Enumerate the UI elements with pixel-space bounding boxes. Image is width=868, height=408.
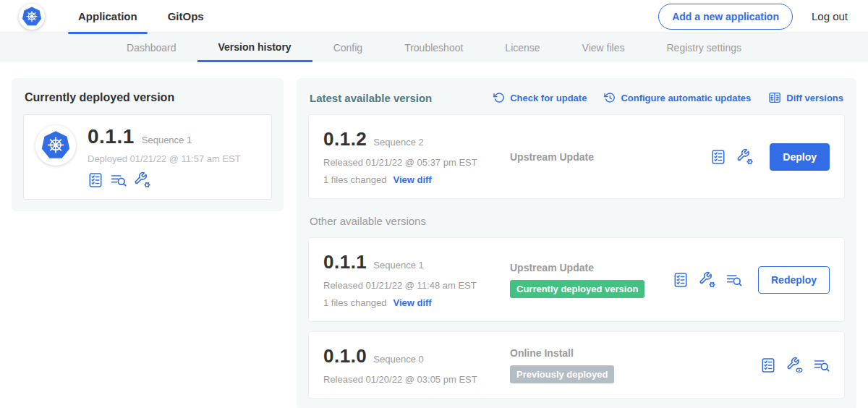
header-tabs: Application GitOps	[68, 0, 224, 33]
subnav-tab-view-files-label: View files	[582, 42, 625, 54]
previously-deployed-badge: Previously deployed	[510, 365, 614, 383]
latest-available-title: Latest available version	[310, 92, 432, 104]
version-actions: Deploy	[710, 143, 830, 171]
files-changed-label: 1 files changed	[323, 297, 386, 308]
version-info: 0.1.1 Sequence 1 Released 01/21/22 @ 11:…	[323, 251, 510, 308]
files-changed-label: 1 files changed	[323, 174, 386, 185]
version-number: 0.1.1	[323, 251, 367, 273]
currently-deployed-badge: Currently deployed version	[510, 280, 644, 298]
logout-link[interactable]: Log out	[812, 10, 848, 22]
source-label: Upstream Update	[510, 151, 594, 163]
checklist-icon[interactable]	[710, 149, 726, 165]
subnav-tab-troubleshoot-label: Troubleshoot	[404, 42, 463, 54]
check-for-update-link[interactable]: Check for update	[493, 92, 587, 103]
version-source: Upstream Update	[510, 151, 710, 163]
wrench-gear-icon[interactable]	[134, 171, 151, 189]
version-row-0-1-1: 0.1.1 Sequence 1 Released 01/21/22 @ 11:…	[308, 237, 845, 322]
lines-magnifier-icon[interactable]	[726, 272, 742, 288]
tab-application[interactable]: Application	[68, 0, 148, 33]
add-new-application-button[interactable]: Add a new application	[658, 4, 793, 30]
deploy-button[interactable]: Deploy	[770, 143, 830, 171]
version-source: Upstream Update Currently deployed versi…	[510, 262, 673, 298]
sequence-label: Sequence 2	[373, 137, 423, 148]
refresh-icon	[493, 92, 505, 103]
subnav-tab-version-history[interactable]: Version history	[197, 33, 312, 62]
version-number: 0.1.0	[323, 345, 367, 367]
checklist-icon[interactable]	[760, 357, 776, 373]
subnav-tab-version-history-label: Version history	[218, 41, 292, 53]
subnav-tab-dashboard[interactable]: Dashboard	[106, 33, 197, 62]
version-number: 0.1.2	[323, 128, 367, 150]
version-source: Online Install Previously deployed	[510, 347, 760, 383]
version-info: 0.1.2 Sequence 2 Released 01/21/22 @ 05:…	[323, 128, 510, 185]
source-label: Upstream Update	[510, 262, 594, 273]
subnav-tab-license[interactable]: License	[484, 33, 561, 62]
version-row-0-1-2: 0.1.2 Sequence 2 Released 01/21/22 @ 05:…	[308, 114, 845, 199]
version-actions	[760, 357, 830, 374]
subnav-tab-view-files[interactable]: View files	[561, 33, 646, 62]
released-timestamp: Released 01/20/22 @ 03:05 pm EST	[323, 374, 510, 385]
tab-gitops-label: GitOps	[168, 10, 204, 22]
subnav-tab-config[interactable]: Config	[312, 33, 383, 62]
version-actions: Redeploy	[673, 266, 830, 294]
currently-deployed-title: Currently deployed version	[25, 91, 271, 104]
released-timestamp: Released 01/21/22 @ 05:37 pm EST	[323, 157, 510, 168]
subnav-tab-registry-settings[interactable]: Registry settings	[646, 33, 762, 62]
version-info: 0.1.0 Sequence 0 Released 01/20/22 @ 03:…	[323, 345, 510, 385]
subnav-tab-registry-settings-label: Registry settings	[667, 42, 741, 54]
redeploy-button[interactable]: Redeploy	[758, 266, 830, 294]
view-diff-link[interactable]: View diff	[393, 174, 431, 185]
version-history-panel: Latest available version Check for updat…	[297, 78, 856, 408]
subnav-tab-dashboard-label: Dashboard	[127, 42, 176, 54]
wrench-gear-icon[interactable]	[736, 148, 754, 166]
configure-automatic-updates-link[interactable]: Configure automatic updates	[604, 92, 751, 103]
checklist-icon[interactable]	[673, 272, 689, 288]
tab-gitops[interactable]: GitOps	[158, 0, 214, 33]
diff-icon	[768, 91, 781, 104]
currently-deployed-panel: Currently deployed version 0.1.1 Sequenc…	[12, 78, 284, 211]
deployed-version-info: 0.1.1 Sequence 1 Deployed 01/21/22 @ 11:…	[88, 125, 241, 189]
main-content: Currently deployed version 0.1.1 Sequenc…	[0, 62, 868, 408]
check-for-update-label: Check for update	[510, 93, 587, 103]
subnav-tab-license-label: License	[505, 42, 540, 54]
subnav-tab-troubleshoot[interactable]: Troubleshoot	[383, 33, 484, 62]
currently-deployed-card: 0.1.1 Sequence 1 Deployed 01/21/22 @ 11:…	[23, 114, 272, 200]
kubernetes-logo-icon	[19, 4, 45, 30]
view-diff-link[interactable]: View diff	[393, 297, 431, 308]
app-subnav: Dashboard Version history Config Trouble…	[0, 33, 868, 62]
tab-application-label: Application	[78, 10, 137, 22]
other-available-title: Other available versions	[310, 215, 843, 227]
diff-versions-link[interactable]: Diff versions	[768, 91, 843, 104]
diff-versions-label: Diff versions	[786, 93, 843, 103]
version-row-0-1-0: 0.1.0 Sequence 0 Released 01/20/22 @ 03:…	[308, 331, 845, 399]
deployed-version-number: 0.1.1	[88, 125, 135, 148]
app-header: Application GitOps Add a new application…	[0, 0, 868, 33]
panel-actions: Check for update Configure automatic upd…	[493, 91, 843, 104]
lines-magnifier-icon[interactable]	[814, 357, 830, 373]
configure-automatic-updates-label: Configure automatic updates	[621, 93, 751, 103]
sequence-label: Sequence 0	[373, 354, 423, 365]
app-kubernetes-icon	[35, 125, 76, 166]
subnav-tab-config-label: Config	[333, 42, 362, 54]
sequence-label: Sequence 1	[373, 260, 423, 271]
checklist-icon[interactable]	[88, 172, 103, 188]
wrench-gear-icon[interactable]	[699, 271, 716, 289]
wrench-eye-icon[interactable]	[786, 357, 804, 374]
deployed-timestamp: Deployed 01/21/22 @ 11:57 am EST	[88, 153, 241, 164]
released-timestamp: Released 01/21/22 @ 11:48 am EST	[323, 280, 510, 291]
lines-magnifier-icon[interactable]	[111, 172, 127, 188]
source-label: Online Install	[510, 347, 574, 359]
clock-refresh-icon	[604, 92, 616, 103]
deployed-sequence-label: Sequence 1	[142, 135, 192, 145]
